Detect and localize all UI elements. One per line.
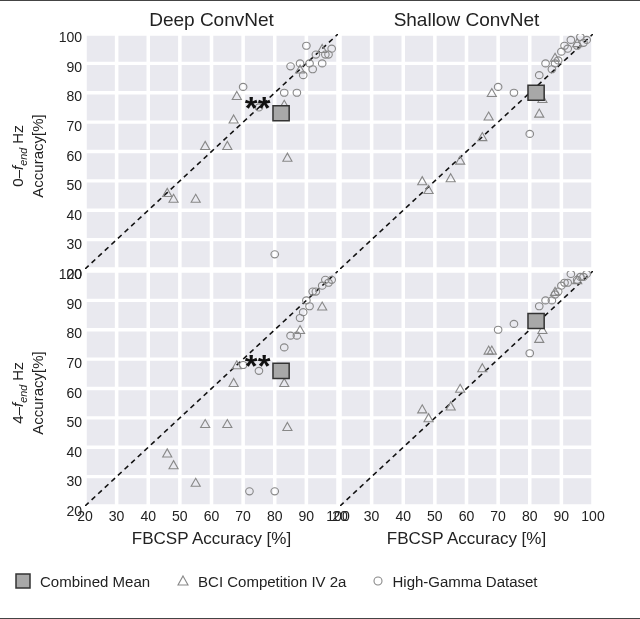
ytick: 70 bbox=[66, 356, 82, 370]
legend: Combined Mean BCI Competition IV 2a High… bbox=[14, 572, 538, 590]
xticks: 2030405060708090100 bbox=[340, 506, 593, 524]
svg-point-34 bbox=[328, 45, 336, 52]
figure-frame: Deep ConvNet Shallow ConvNet 0–fend Hz A… bbox=[0, 0, 640, 619]
xtick: 90 bbox=[554, 508, 570, 524]
ytick: 60 bbox=[66, 386, 82, 400]
ytick: 80 bbox=[66, 89, 82, 103]
ytick: 100 bbox=[59, 30, 82, 44]
xtick: 50 bbox=[172, 508, 188, 524]
svg-rect-109 bbox=[273, 363, 289, 378]
ytick: 100 bbox=[59, 267, 82, 281]
ytick: 70 bbox=[66, 119, 82, 133]
xtick: 70 bbox=[490, 508, 506, 524]
ytick: 40 bbox=[66, 208, 82, 222]
xtick: 60 bbox=[459, 508, 475, 524]
triangle-icon bbox=[176, 574, 190, 588]
svg-rect-72 bbox=[528, 85, 544, 100]
panel-shallow_4fend: 2030405060708090100 bbox=[339, 270, 594, 507]
svg-rect-35 bbox=[273, 106, 289, 121]
svg-rect-146 bbox=[528, 313, 544, 328]
f-symbol: f bbox=[9, 403, 26, 407]
xtick: 30 bbox=[364, 508, 380, 524]
svg-rect-147 bbox=[16, 574, 30, 588]
xtick: 70 bbox=[235, 508, 251, 524]
hz-unit: Hz bbox=[9, 125, 26, 148]
xtick: 20 bbox=[332, 508, 348, 524]
end-subscript: end bbox=[17, 148, 29, 166]
ytick: 30 bbox=[66, 474, 82, 488]
svg-point-133 bbox=[535, 303, 543, 310]
svg-point-29 bbox=[309, 66, 317, 73]
xtick: 80 bbox=[267, 508, 283, 524]
ytick: 60 bbox=[66, 149, 82, 163]
xtick: 60 bbox=[204, 508, 220, 524]
xtick: 20 bbox=[77, 508, 93, 524]
xtick: 80 bbox=[522, 508, 538, 524]
ytick: 50 bbox=[66, 415, 82, 429]
legend-text-bci: BCI Competition IV 2a bbox=[198, 573, 346, 590]
legend-item-bci: BCI Competition IV 2a bbox=[176, 573, 346, 590]
xtick: 50 bbox=[427, 508, 443, 524]
svg-point-59 bbox=[535, 72, 543, 79]
legend-text-hg: High-Gamma Dataset bbox=[392, 573, 537, 590]
row1-range-prefix: 0– bbox=[9, 170, 26, 187]
ytick: 50 bbox=[66, 178, 82, 192]
f-symbol: f bbox=[9, 166, 26, 170]
x-axis-labels: FBCSP Accuracy [%] FBCSP Accuracy [%] bbox=[84, 529, 594, 549]
svg-point-66 bbox=[564, 45, 572, 52]
ytick: 30 bbox=[66, 237, 82, 251]
svg-text:**: ** bbox=[245, 349, 271, 384]
xtick: 30 bbox=[109, 508, 125, 524]
xtick: 90 bbox=[299, 508, 315, 524]
legend-item-hg: High-Gamma Dataset bbox=[372, 573, 537, 590]
svg-text:**: ** bbox=[245, 91, 271, 126]
panel-deep_0fend: ** bbox=[84, 33, 339, 270]
row1-metric: Accuracy[%] bbox=[30, 114, 47, 197]
yticks-row1: 2030405060708090100 bbox=[52, 37, 82, 274]
ytick: 80 bbox=[66, 326, 82, 340]
xticks: 2030405060708090100 bbox=[85, 506, 338, 524]
panel-grid: ****203040506070809010020304050607080901… bbox=[84, 33, 594, 507]
svg-point-93 bbox=[246, 488, 254, 495]
svg-point-70 bbox=[580, 39, 588, 46]
xtick: 100 bbox=[581, 508, 604, 524]
end-subscript: end bbox=[17, 385, 29, 403]
svg-point-96 bbox=[280, 344, 288, 351]
xtick: 40 bbox=[395, 508, 411, 524]
circle-icon bbox=[372, 575, 384, 587]
ytick: 90 bbox=[66, 60, 82, 74]
col-title-deep: Deep ConvNet bbox=[84, 9, 339, 31]
row2-metric: Accuracy[%] bbox=[30, 351, 47, 434]
col-title-shallow: Shallow ConvNet bbox=[339, 9, 594, 31]
square-icon bbox=[14, 572, 32, 590]
xtick: 40 bbox=[140, 508, 156, 524]
xlabel-col1: FBCSP Accuracy [%] bbox=[84, 529, 339, 549]
svg-point-67 bbox=[567, 36, 575, 43]
svg-point-148 bbox=[374, 577, 382, 585]
svg-point-136 bbox=[551, 291, 559, 298]
yticks-row2: 2030405060708090100 bbox=[52, 274, 82, 511]
svg-point-131 bbox=[510, 320, 518, 327]
xlabel-col2: FBCSP Accuracy [%] bbox=[339, 529, 594, 549]
hz-unit: Hz bbox=[9, 362, 26, 385]
ytick: 90 bbox=[66, 297, 82, 311]
panel-deep_4fend: **2030405060708090100 bbox=[84, 270, 339, 507]
ytick: 40 bbox=[66, 445, 82, 459]
column-titles: Deep ConvNet Shallow ConvNet bbox=[84, 9, 594, 31]
legend-text-combined: Combined Mean bbox=[40, 573, 150, 590]
row2-range-prefix: 4– bbox=[9, 407, 26, 424]
legend-item-combined: Combined Mean bbox=[14, 572, 150, 590]
panel-shallow_0fend bbox=[339, 33, 594, 270]
